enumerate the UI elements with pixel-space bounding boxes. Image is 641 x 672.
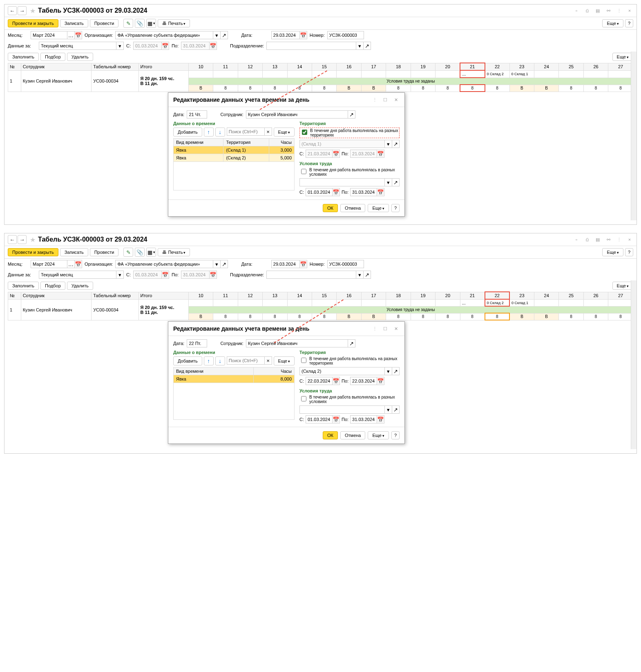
datafor-dropdown[interactable]: ▾ (116, 42, 124, 50)
register-icon[interactable]: ▦ (146, 248, 156, 257)
print-button[interactable]: 🖶 Печать (158, 19, 190, 27)
more-icon[interactable]: ⋮ (615, 236, 623, 243)
terr-checkbox[interactable] (301, 358, 306, 363)
dlg-emp-input[interactable] (246, 110, 348, 119)
write-button[interactable]: Записать (60, 248, 88, 256)
print-icon[interactable]: ⎙ (583, 236, 591, 243)
org-dropdown[interactable]: ▾ (213, 31, 221, 39)
post-button[interactable]: Провести (90, 248, 119, 256)
attach-icon[interactable]: 📎 (135, 19, 145, 28)
close-icon[interactable]: × (626, 236, 633, 243)
help-button[interactable]: ? (625, 248, 633, 256)
number-input[interactable] (327, 260, 364, 268)
star-icon[interactable]: ★ (30, 7, 36, 15)
subdiv-open[interactable]: ↗ (364, 42, 371, 50)
ok-button[interactable]: ОК (323, 431, 338, 439)
move-down-icon[interactable]: ↓ (215, 356, 225, 365)
terr-checkbox[interactable] (302, 130, 307, 135)
dlg-maximize-icon[interactable]: ☐ (382, 325, 389, 332)
time-entries-table[interactable]: Вид времениЧасы Явка8,000 (173, 367, 295, 420)
ok-button[interactable]: ОК (323, 204, 338, 212)
date-input[interactable] (271, 260, 300, 268)
cancel-button[interactable]: Отмена (340, 431, 365, 439)
link-icon[interactable]: ⚯ (605, 7, 612, 14)
timesheet-grid[interactable]: №СотрудникТабельный номерИтого 101112131… (8, 291, 633, 320)
month-input[interactable] (31, 31, 67, 39)
report-icon[interactable]: ▤ (594, 7, 601, 14)
post-close-button[interactable]: Провести и закрыть (8, 19, 58, 27)
help-button[interactable]: ? (625, 19, 633, 27)
write-button[interactable]: Записать (60, 19, 88, 27)
terr-select[interactable] (299, 367, 385, 375)
month-ellipsis[interactable]: … (67, 31, 75, 39)
cond-select[interactable] (299, 178, 385, 186)
move-down-icon[interactable]: ↓ (215, 128, 225, 137)
cond-to[interactable] (350, 188, 377, 196)
org-open[interactable]: ↗ (221, 31, 228, 39)
more-button[interactable]: Еще (602, 19, 623, 27)
scrollbar[interactable] (631, 280, 637, 449)
dlg-date-input[interactable] (187, 110, 207, 119)
nav-forward-button[interactable]: → (18, 6, 27, 15)
close-icon[interactable]: × (626, 7, 633, 14)
link-icon[interactable]: ⚯ (605, 236, 612, 243)
add-button[interactable]: Добавить (173, 356, 202, 365)
search-input[interactable] (227, 128, 265, 136)
grid-more-button[interactable]: Еще (612, 53, 633, 61)
highlight-icon[interactable]: ✎ (123, 19, 133, 28)
terr-from[interactable] (306, 377, 333, 385)
dlg-help[interactable]: ? (391, 204, 400, 212)
dlg-date-input[interactable] (187, 339, 207, 347)
highlight-icon[interactable]: ✎ (123, 248, 133, 257)
save-icon[interactable]: ▫ (573, 236, 580, 243)
month-calendar[interactable]: 📅 (75, 31, 82, 39)
date-input[interactable] (271, 31, 300, 39)
pt-cal[interactable]: 📅 (210, 42, 217, 50)
nav-back-button[interactable]: ← (8, 235, 17, 244)
move-up-icon[interactable]: ↑ (204, 128, 214, 137)
nav-forward-button[interactable]: → (18, 235, 27, 244)
terr-select[interactable] (299, 140, 385, 148)
number-input[interactable] (327, 31, 364, 39)
org-input[interactable] (115, 31, 213, 39)
dlg-emp-open[interactable]: ↗ (348, 110, 355, 119)
scrollbar[interactable] (631, 52, 637, 220)
org-input[interactable] (115, 260, 213, 268)
star-icon[interactable]: ★ (30, 236, 36, 244)
dlg-emp-input[interactable] (246, 339, 348, 347)
period-to-input[interactable] (181, 42, 210, 50)
post-button[interactable]: Провести (90, 19, 119, 27)
post-close-button[interactable]: Провести и закрыть (8, 248, 58, 256)
dlg-more-icon[interactable]: ⋮ (371, 325, 378, 332)
terr-from[interactable] (306, 150, 333, 158)
print-icon[interactable]: ⎙ (583, 7, 591, 14)
move-up-icon[interactable]: ↑ (204, 356, 214, 365)
cond-from[interactable] (306, 188, 333, 196)
search-clear[interactable]: × (265, 128, 272, 136)
month-input[interactable] (31, 260, 67, 268)
add-button[interactable]: Добавить (173, 128, 202, 137)
cond-checkbox[interactable] (301, 169, 306, 174)
save-icon[interactable]: ▫ (573, 7, 580, 14)
search-input[interactable] (227, 356, 265, 365)
terr-to[interactable] (350, 377, 377, 385)
attach-icon[interactable]: 📎 (135, 248, 145, 257)
datafor-input[interactable] (39, 42, 116, 50)
emp-row[interactable]: 1 Кузин Сергей Иванович УС00-00034 Я 20 … (8, 70, 633, 78)
period-from-input[interactable] (133, 42, 162, 50)
pick-button[interactable]: Подбор (40, 53, 65, 61)
time-entries-table[interactable]: Вид времениТерриторияЧасы Явка(Склад 1)3… (173, 138, 295, 190)
dlg-close-icon[interactable]: ✕ (392, 325, 400, 332)
more-icon[interactable]: ⋮ (615, 7, 623, 14)
register-icon[interactable]: ▦ (146, 19, 156, 28)
timesheet-grid[interactable]: № Сотрудник Табельный номер Итого 101112… (8, 63, 633, 92)
more-button[interactable]: Еще (602, 248, 623, 256)
print-button[interactable]: 🖶 Печать (158, 248, 190, 256)
subdiv-dropdown[interactable]: ▾ (356, 42, 364, 50)
subdiv-input[interactable] (266, 42, 356, 50)
dlg-more-icon[interactable]: ⋮ (371, 96, 378, 103)
fill-button[interactable]: Заполнить (8, 53, 39, 61)
delete-button[interactable]: Удалить (67, 53, 93, 61)
dlg-footer-more[interactable]: Еще (368, 204, 389, 212)
dlg-more-button[interactable]: Еще (274, 128, 295, 137)
